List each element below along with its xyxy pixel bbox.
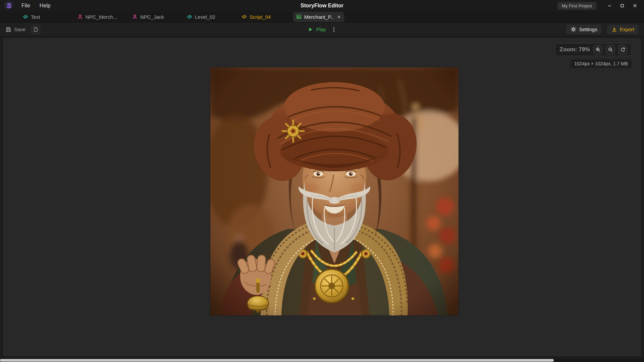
image-icon (296, 14, 302, 19)
app-title: StoryFlow Editor (301, 3, 343, 9)
menu-file[interactable]: File (21, 3, 30, 9)
zoom-reset-button[interactable] (618, 45, 627, 54)
app-logo-icon: S (4, 1, 14, 11)
merchant-portrait-image[interactable] (210, 67, 459, 315)
code-icon (23, 14, 28, 19)
tab-npc-merchant[interactable]: NPC_Merch... (75, 12, 125, 21)
tab-test[interactable]: Test (20, 12, 70, 21)
tab-close-icon[interactable] (337, 15, 341, 19)
tab-label: Test (31, 14, 40, 20)
title-bar: S File Help StoryFlow Editor My First Pr… (0, 0, 644, 11)
play-button[interactable]: Play (307, 26, 326, 33)
horizontal-scrollbar[interactable] (0, 359, 644, 362)
play-icon (307, 26, 313, 33)
code-icon (241, 14, 247, 19)
tab-label: Merchant_P... (304, 14, 334, 20)
zoom-out-button[interactable] (606, 45, 615, 54)
settings-button[interactable]: Settings (566, 24, 601, 34)
gear-icon (571, 26, 576, 32)
menu-help[interactable]: Help (40, 3, 51, 9)
minimize-button[interactable] (604, 1, 614, 10)
toolbar: Save Play (0, 22, 644, 37)
file-icon (33, 27, 38, 32)
zoom-level: Zoom: 79% (559, 46, 590, 53)
export-button[interactable]: Export (607, 24, 639, 34)
tab-label: NPC_Merch... (86, 14, 117, 20)
tab-label: Script_04 (250, 14, 271, 20)
save-icon (5, 26, 11, 33)
tab-bar: Test NPC_Merch... NPC_Jack Level_02 Scri (0, 11, 644, 22)
zoom-in-button[interactable] (593, 45, 602, 54)
code-icon (187, 14, 192, 19)
person-icon (77, 14, 83, 19)
horizontal-scrollbar-thumb[interactable] (0, 359, 554, 362)
canvas-viewport[interactable]: Zoom: 79% 1024px × 1024px, 1.7 MB (3, 38, 641, 356)
close-button[interactable] (630, 1, 640, 10)
save-label: Save (14, 26, 25, 32)
save-button[interactable]: Save (5, 26, 25, 33)
image-info-badge: 1024px × 1024px, 1.7 MB (571, 59, 632, 68)
person-icon (132, 14, 138, 19)
app-window: S File Help StoryFlow Editor My First Pr… (0, 0, 644, 362)
document-preview-button[interactable] (31, 25, 40, 34)
export-label: Export (620, 26, 634, 32)
tab-npc-jack[interactable]: NPC_Jack (129, 12, 180, 21)
download-icon (611, 26, 617, 32)
more-options-button[interactable] (331, 26, 337, 33)
tab-merchant-portrait[interactable]: Merchant_P... (293, 12, 344, 21)
tab-label: NPC_Jack (140, 14, 164, 20)
play-label: Play (316, 26, 326, 32)
zoom-panel: Zoom: 79% (555, 43, 632, 56)
merchant-portrait-art (210, 67, 459, 315)
settings-label: Settings (579, 26, 597, 32)
tab-script-04[interactable]: Script_04 (239, 12, 289, 21)
tab-label: Level_02 (195, 14, 215, 20)
kebab-icon (331, 26, 337, 33)
tab-level-02[interactable]: Level_02 (184, 12, 234, 21)
maximize-button[interactable] (617, 1, 627, 10)
project-badge: My First Project (557, 2, 596, 10)
